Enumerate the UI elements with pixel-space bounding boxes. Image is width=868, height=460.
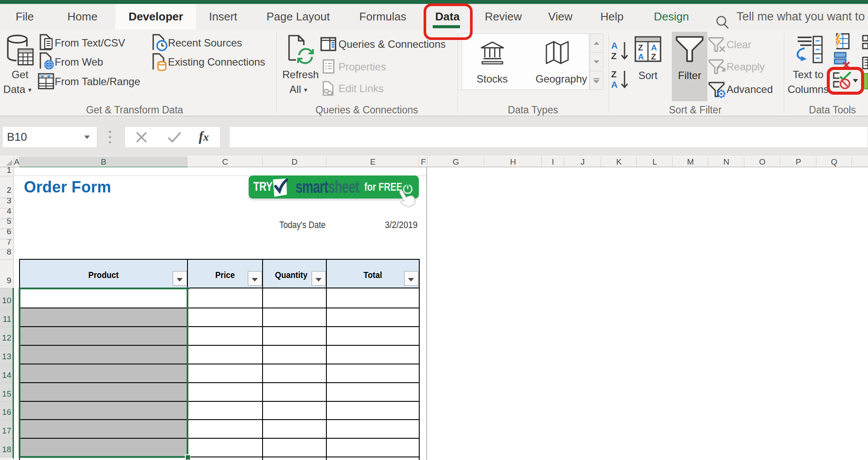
svg-text:Z: Z bbox=[611, 51, 617, 61]
svg-text:A: A bbox=[611, 41, 618, 50]
svg-text:Z: Z bbox=[611, 69, 617, 79]
svg-text:Z: Z bbox=[638, 43, 643, 52]
svg-text:Z: Z bbox=[651, 52, 656, 61]
svg-text:A: A bbox=[638, 52, 644, 61]
svg-text:A: A bbox=[651, 43, 657, 52]
svg-text:A: A bbox=[611, 79, 618, 89]
